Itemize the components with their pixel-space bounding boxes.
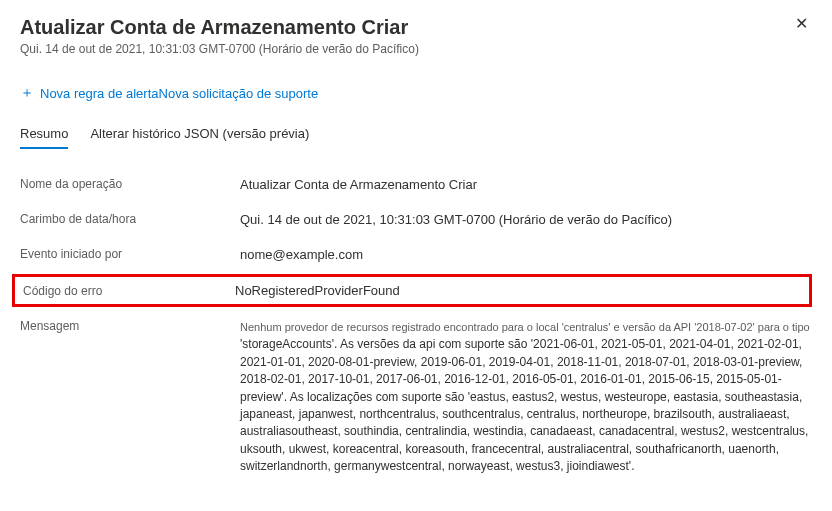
error-code-highlight: Código do erro NoRegisteredProviderFound <box>12 274 812 307</box>
timestamp-label: Carimbo de data/hora <box>20 212 240 226</box>
message-body: 'storageAccounts'. As versões da api com… <box>240 337 808 473</box>
initiated-by-value: nome@example.com <box>240 247 812 262</box>
operation-name-value: Atualizar Conta de Armazenamento Criar <box>240 177 812 192</box>
plus-icon: ＋ <box>20 84 34 102</box>
initiated-by-label: Evento iniciado por <box>20 247 240 261</box>
operation-name-label: Nome da operação <box>20 177 240 191</box>
timestamp-value: Qui. 14 de out de 2021, 10:31:03 GMT-070… <box>240 212 812 227</box>
row-initiated-by: Evento iniciado por nome@example.com <box>20 237 812 272</box>
new-alert-rule-link[interactable]: Nova regra de alerta <box>40 86 159 101</box>
row-message: Mensagem Nenhum provedor de recursos reg… <box>20 309 812 486</box>
tab-json-history[interactable]: Alterar histórico JSON (versão prévia) <box>90 126 309 149</box>
details-panel: Nome da operação Atualizar Conta de Arma… <box>20 167 812 486</box>
page-subtitle: Qui. 14 de out de 2021, 10:31:03 GMT-070… <box>20 42 419 56</box>
row-timestamp: Carimbo de data/hora Qui. 14 de out de 2… <box>20 202 812 237</box>
tabs: Resumo Alterar histórico JSON (versão pr… <box>20 126 812 149</box>
message-label: Mensagem <box>20 319 240 333</box>
row-operation-name: Nome da operação Atualizar Conta de Arma… <box>20 167 812 202</box>
error-code-label: Código do erro <box>23 284 235 298</box>
new-support-request-link[interactable]: Nova solicitação de suporte <box>159 86 319 101</box>
message-prefix: Nenhum provedor de recursos registrado e… <box>240 321 810 333</box>
toolbar: ＋ Nova regra de alerta Nova solicitação … <box>20 84 812 102</box>
message-value: Nenhum provedor de recursos registrado e… <box>240 319 812 476</box>
page-title: Atualizar Conta de Armazenamento Criar <box>20 14 419 40</box>
tab-summary[interactable]: Resumo <box>20 126 68 149</box>
close-icon[interactable]: ✕ <box>791 14 812 34</box>
error-code-value: NoRegisteredProviderFound <box>235 283 801 298</box>
